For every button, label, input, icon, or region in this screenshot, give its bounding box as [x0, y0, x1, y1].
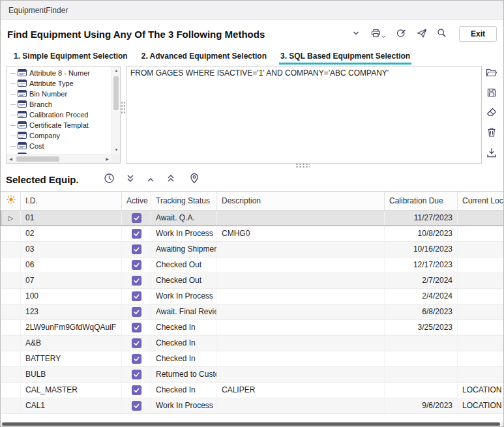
grid-scroll-thumb[interactable]	[2, 422, 500, 426]
tree-horizontal-scrollbar[interactable]: ◀ ▶	[7, 155, 111, 163]
move-all-down-button[interactable]	[125, 172, 136, 186]
tree-connector	[10, 136, 16, 136]
column-header-description[interactable]: Description	[217, 192, 385, 210]
active-checkbox[interactable]	[132, 338, 141, 348]
tab-simple-selection[interactable]: 1. Simple Equipment Selection	[12, 52, 129, 65]
move-up-button[interactable]	[145, 173, 156, 186]
active-checkbox[interactable]	[132, 244, 141, 254]
cell-id: 100	[21, 288, 122, 304]
scroll-up-arrow-icon[interactable]: ▲	[112, 66, 121, 75]
tree-item-label: Certificate Templat	[29, 121, 89, 129]
active-checkbox[interactable]	[132, 354, 141, 364]
toolbar-dropdown-button[interactable]	[350, 27, 362, 41]
delete-sql-button[interactable]	[486, 126, 497, 140]
tree-vertical-scrollbar[interactable]: ▲ ▼	[111, 66, 120, 155]
cell-description	[217, 335, 385, 351]
cell-id: BULB	[21, 366, 122, 382]
sql-side-toolbar	[483, 66, 500, 160]
scroll-right-arrow-icon[interactable]: ▶	[103, 155, 111, 164]
equipmentfinder-window: EquipmentFinder Find Equipment Using Any…	[0, 0, 504, 427]
exit-button[interactable]: Exit	[459, 26, 497, 42]
table-row[interactable]: 123Await. Final Review6/8/2023	[1, 304, 504, 319]
table-row[interactable]: A&BChecked In	[1, 335, 504, 351]
tab-sql-selection[interactable]: 3. SQL Based Equipment Selection	[279, 52, 411, 65]
column-header-id[interactable]: I.D.	[21, 192, 122, 210]
tree-connector	[10, 104, 16, 105]
annotate-button[interactable]	[394, 26, 408, 42]
active-checkbox[interactable]	[132, 385, 141, 395]
cell-current-location	[458, 335, 504, 351]
cell-calibration-due	[385, 351, 458, 366]
scroll-left-arrow-icon[interactable]: ◀	[7, 155, 15, 164]
table-row[interactable]: 2LW9unFm9GfdWqQAuiFChecked In3/25/2023	[1, 319, 504, 335]
table-row[interactable]: BULBReturned to Customer	[1, 366, 504, 382]
tree-item-field[interactable]: Crib Number	[7, 151, 111, 154]
table-row[interactable]: 02Work In ProcessCMHG010/8/2023	[1, 226, 504, 241]
tree-item-field[interactable]: Attribute 8 - Numer	[7, 68, 111, 78]
cell-row-indicator	[1, 272, 21, 288]
cell-current-location	[458, 241, 504, 257]
history-button[interactable]	[102, 171, 116, 187]
tree-item-field[interactable]: Bin Number	[7, 89, 111, 99]
cell-calibration-due: 11/27/2023	[385, 210, 458, 226]
tree-item-field[interactable]: Cost	[7, 141, 111, 151]
cell-calibration-due: 9/6/2023	[385, 398, 458, 413]
horizontal-scroll-thumb[interactable]	[16, 156, 59, 162]
column-header-active[interactable]: Active	[122, 192, 151, 210]
field-icon	[18, 121, 29, 130]
load-sql-button[interactable]	[485, 66, 498, 80]
table-row[interactable]: CAL1Work In Process9/6/2023LOCATION 1	[1, 398, 504, 413]
table-row[interactable]: 06Checked Out12/17/2023	[1, 257, 504, 272]
location-button[interactable]	[188, 171, 200, 187]
active-checkbox[interactable]	[132, 276, 141, 286]
cell-id: 06	[21, 257, 122, 272]
table-row[interactable]: 03Awaiting Shipment10/16/2023	[1, 241, 504, 257]
active-checkbox[interactable]	[132, 291, 141, 301]
active-checkbox[interactable]	[132, 213, 141, 223]
table-row[interactable]: ▷01Await. Q.A.11/27/2023	[1, 210, 504, 226]
vertical-scroll-thumb[interactable]	[113, 76, 119, 110]
send-button[interactable]	[415, 27, 428, 42]
column-header-calibration-due[interactable]: Calibration Due	[385, 192, 458, 210]
column-header-tracking-status[interactable]: Tracking Status	[151, 192, 217, 210]
tree-item-field[interactable]: Company	[7, 130, 111, 141]
active-checkbox[interactable]	[132, 260, 141, 270]
grid-options-header[interactable]	[1, 192, 21, 210]
active-checkbox[interactable]	[132, 323, 141, 332]
active-checkbox[interactable]	[132, 370, 141, 379]
cell-active	[122, 382, 151, 398]
cell-tracking-status: Checked In	[151, 319, 217, 335]
import-sql-button[interactable]	[486, 147, 497, 160]
sql-resize-handle[interactable]	[295, 163, 310, 168]
search-button[interactable]	[436, 27, 448, 41]
clear-sql-button[interactable]	[486, 107, 497, 120]
tree-item-field[interactable]: Certificate Templat	[7, 120, 111, 130]
cell-tracking-status: Await. Q.A.	[151, 210, 217, 226]
table-row[interactable]: CAL_MASTERChecked InCALIPERLOCATION 1	[1, 382, 504, 398]
sun-icon[interactable]	[6, 198, 16, 207]
cell-tracking-status: Work In Process	[151, 226, 217, 241]
table-row[interactable]: BATTERYChecked In	[1, 351, 504, 366]
cell-description: CMHG0	[217, 226, 385, 241]
active-checkbox[interactable]	[132, 401, 141, 411]
tree-item-field[interactable]: Calibration Proced	[7, 110, 111, 120]
table-row[interactable]: 100Work In Process2/4/2024	[1, 288, 504, 304]
grid-header-row: I.D. Active Tracking Status Description …	[1, 192, 504, 210]
table-row[interactable]: 07Checked Out2/7/2024	[1, 272, 504, 288]
save-sql-button[interactable]	[486, 87, 497, 100]
cell-calibration-due: 6/8/2023	[385, 304, 458, 319]
print-button[interactable]	[369, 27, 387, 42]
column-header-current-location[interactable]: Current Location	[458, 192, 504, 210]
cell-id: 01	[21, 210, 122, 226]
active-checkbox[interactable]	[132, 307, 141, 317]
tab-advanced-selection[interactable]: 2. Advanced Equipment Selection	[140, 52, 268, 65]
sql-editor[interactable]: FROM GAGES WHERE ISACTIVE='1' AND COMPAN…	[126, 66, 482, 164]
move-all-up-button[interactable]	[165, 172, 177, 186]
grid-horizontal-scrollbar[interactable]	[1, 422, 503, 426]
tree-item-field[interactable]: Branch	[7, 99, 111, 110]
cell-active	[122, 241, 151, 257]
scroll-down-arrow-icon[interactable]: ▼	[112, 146, 121, 155]
active-checkbox[interactable]	[132, 229, 141, 239]
tree-item-field[interactable]: Attribute Type	[7, 78, 111, 89]
panel-splitter[interactable]	[121, 101, 125, 114]
